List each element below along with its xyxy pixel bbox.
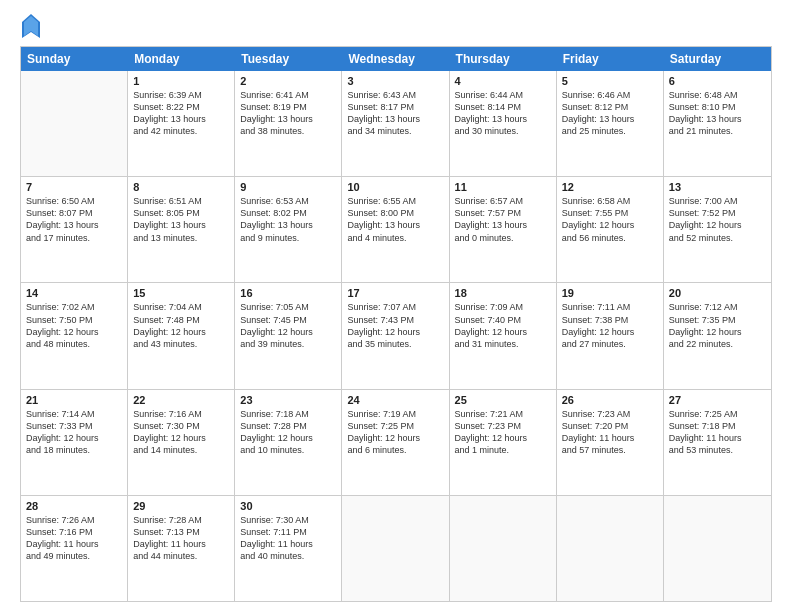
- calendar-header-cell: Wednesday: [342, 47, 449, 71]
- day-number: 13: [669, 181, 766, 193]
- calendar-cell: 7Sunrise: 6:50 AMSunset: 8:07 PMDaylight…: [21, 177, 128, 282]
- cell-line: and 6 minutes.: [347, 444, 443, 456]
- calendar-cell: 15Sunrise: 7:04 AMSunset: 7:48 PMDayligh…: [128, 283, 235, 388]
- day-number: 15: [133, 287, 229, 299]
- cell-line: Sunrise: 7:09 AM: [455, 301, 551, 313]
- day-number: 1: [133, 75, 229, 87]
- cell-line: Sunrise: 6:50 AM: [26, 195, 122, 207]
- calendar-cell: 3Sunrise: 6:43 AMSunset: 8:17 PMDaylight…: [342, 71, 449, 176]
- calendar-row: 7Sunrise: 6:50 AMSunset: 8:07 PMDaylight…: [21, 177, 771, 283]
- cell-line: Daylight: 11 hours: [26, 538, 122, 550]
- calendar-header-cell: Friday: [557, 47, 664, 71]
- day-number: 28: [26, 500, 122, 512]
- cell-line: Sunset: 7:18 PM: [669, 420, 766, 432]
- cell-line: Daylight: 11 hours: [669, 432, 766, 444]
- cell-line: and 35 minutes.: [347, 338, 443, 350]
- calendar-row: 28Sunrise: 7:26 AMSunset: 7:16 PMDayligh…: [21, 496, 771, 601]
- day-number: 24: [347, 394, 443, 406]
- cell-line: Sunset: 7:33 PM: [26, 420, 122, 432]
- cell-line: Daylight: 12 hours: [240, 326, 336, 338]
- calendar-cell: 25Sunrise: 7:21 AMSunset: 7:23 PMDayligh…: [450, 390, 557, 495]
- cell-line: Sunset: 7:13 PM: [133, 526, 229, 538]
- cell-line: Sunset: 8:10 PM: [669, 101, 766, 113]
- calendar-cell: 26Sunrise: 7:23 AMSunset: 7:20 PMDayligh…: [557, 390, 664, 495]
- cell-line: Sunrise: 7:02 AM: [26, 301, 122, 313]
- cell-line: Daylight: 12 hours: [347, 326, 443, 338]
- cell-line: Daylight: 13 hours: [455, 113, 551, 125]
- cell-line: Sunset: 8:14 PM: [455, 101, 551, 113]
- cell-line: and 44 minutes.: [133, 550, 229, 562]
- cell-line: Sunrise: 6:57 AM: [455, 195, 551, 207]
- calendar-header: SundayMondayTuesdayWednesdayThursdayFrid…: [21, 47, 771, 71]
- cell-line: Sunrise: 7:12 AM: [669, 301, 766, 313]
- cell-line: Sunrise: 7:07 AM: [347, 301, 443, 313]
- cell-line: Sunrise: 7:04 AM: [133, 301, 229, 313]
- calendar-cell: 24Sunrise: 7:19 AMSunset: 7:25 PMDayligh…: [342, 390, 449, 495]
- cell-line: Sunset: 8:05 PM: [133, 207, 229, 219]
- cell-line: Daylight: 11 hours: [133, 538, 229, 550]
- day-number: 22: [133, 394, 229, 406]
- calendar-header-cell: Saturday: [664, 47, 771, 71]
- cell-line: Daylight: 12 hours: [669, 219, 766, 231]
- cell-line: Sunset: 7:48 PM: [133, 314, 229, 326]
- day-number: 3: [347, 75, 443, 87]
- day-number: 6: [669, 75, 766, 87]
- calendar-cell: 28Sunrise: 7:26 AMSunset: 7:16 PMDayligh…: [21, 496, 128, 601]
- cell-line: Sunrise: 6:51 AM: [133, 195, 229, 207]
- calendar-cell: 21Sunrise: 7:14 AMSunset: 7:33 PMDayligh…: [21, 390, 128, 495]
- cell-line: and 14 minutes.: [133, 444, 229, 456]
- day-number: 21: [26, 394, 122, 406]
- cell-line: Sunset: 8:17 PM: [347, 101, 443, 113]
- cell-line: and 10 minutes.: [240, 444, 336, 456]
- cell-line: Sunset: 7:57 PM: [455, 207, 551, 219]
- cell-line: and 21 minutes.: [669, 125, 766, 137]
- cell-line: Sunset: 8:12 PM: [562, 101, 658, 113]
- day-number: 30: [240, 500, 336, 512]
- cell-line: Sunset: 7:50 PM: [26, 314, 122, 326]
- cell-line: Daylight: 12 hours: [26, 432, 122, 444]
- day-number: 16: [240, 287, 336, 299]
- calendar-cell: 10Sunrise: 6:55 AMSunset: 8:00 PMDayligh…: [342, 177, 449, 282]
- cell-line: and 42 minutes.: [133, 125, 229, 137]
- day-number: 23: [240, 394, 336, 406]
- cell-line: Sunrise: 6:39 AM: [133, 89, 229, 101]
- cell-line: and 17 minutes.: [26, 232, 122, 244]
- cell-line: Daylight: 13 hours: [133, 113, 229, 125]
- cell-line: Sunrise: 7:21 AM: [455, 408, 551, 420]
- cell-line: and 30 minutes.: [455, 125, 551, 137]
- cell-line: and 48 minutes.: [26, 338, 122, 350]
- cell-line: Daylight: 13 hours: [26, 219, 122, 231]
- cell-line: and 53 minutes.: [669, 444, 766, 456]
- cell-line: and 40 minutes.: [240, 550, 336, 562]
- cell-line: Sunset: 7:23 PM: [455, 420, 551, 432]
- cell-line: Sunrise: 6:44 AM: [455, 89, 551, 101]
- day-number: 18: [455, 287, 551, 299]
- cell-line: Sunrise: 6:48 AM: [669, 89, 766, 101]
- calendar-cell: 19Sunrise: 7:11 AMSunset: 7:38 PMDayligh…: [557, 283, 664, 388]
- cell-line: Sunrise: 7:25 AM: [669, 408, 766, 420]
- cell-line: Daylight: 13 hours: [133, 219, 229, 231]
- day-number: 19: [562, 287, 658, 299]
- cell-line: Sunrise: 6:43 AM: [347, 89, 443, 101]
- calendar-cell: 13Sunrise: 7:00 AMSunset: 7:52 PMDayligh…: [664, 177, 771, 282]
- calendar-row: 1Sunrise: 6:39 AMSunset: 8:22 PMDaylight…: [21, 71, 771, 177]
- cell-line: and 49 minutes.: [26, 550, 122, 562]
- cell-line: Sunrise: 6:53 AM: [240, 195, 336, 207]
- cell-line: Daylight: 12 hours: [347, 432, 443, 444]
- cell-line: and 34 minutes.: [347, 125, 443, 137]
- cell-line: Sunset: 8:00 PM: [347, 207, 443, 219]
- cell-line: Daylight: 12 hours: [562, 219, 658, 231]
- cell-line: Sunset: 7:55 PM: [562, 207, 658, 219]
- day-number: 4: [455, 75, 551, 87]
- calendar-cell: 29Sunrise: 7:28 AMSunset: 7:13 PMDayligh…: [128, 496, 235, 601]
- calendar-cell: 30Sunrise: 7:30 AMSunset: 7:11 PMDayligh…: [235, 496, 342, 601]
- cell-line: and 57 minutes.: [562, 444, 658, 456]
- cell-line: and 31 minutes.: [455, 338, 551, 350]
- cell-line: Sunrise: 7:05 AM: [240, 301, 336, 313]
- calendar-cell: [342, 496, 449, 601]
- cell-line: Sunrise: 7:19 AM: [347, 408, 443, 420]
- cell-line: Daylight: 11 hours: [240, 538, 336, 550]
- calendar-cell: [21, 71, 128, 176]
- cell-line: Daylight: 12 hours: [133, 326, 229, 338]
- cell-line: Sunset: 7:35 PM: [669, 314, 766, 326]
